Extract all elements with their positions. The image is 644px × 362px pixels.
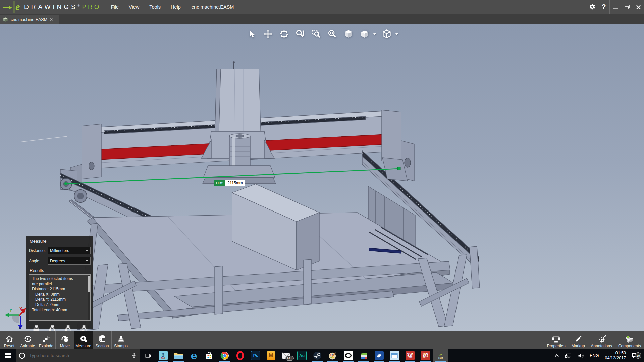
view-orientation-icon[interactable] xyxy=(359,28,370,39)
tray-date: 04/12/2017 xyxy=(605,356,626,361)
zoom-fit-tool-icon[interactable] xyxy=(327,28,338,39)
taskbar-opera-icon[interactable] xyxy=(232,349,248,362)
taskbar-mail-envelope-icon[interactable]: 99+ xyxy=(279,349,294,362)
taskbar-solidworks-icon[interactable]: SW 2017 xyxy=(402,349,418,362)
stamps-button[interactable]: Stamps xyxy=(112,331,130,349)
taskbar-file-explorer-icon[interactable] xyxy=(171,349,186,362)
results-line: are parallel. xyxy=(32,282,86,287)
annotations-button[interactable]: Annotations xyxy=(588,331,615,349)
taskbar-edrawings-icon[interactable]: e 2017 xyxy=(433,349,448,362)
tab-close-icon[interactable] xyxy=(50,18,53,21)
cnc-machine-model[interactable]: Y X Z xyxy=(0,24,644,331)
start-button[interactable] xyxy=(0,349,16,362)
properties-button[interactable]: Properties xyxy=(544,331,569,349)
shaded-view-icon[interactable] xyxy=(343,28,354,39)
results-scrollbar[interactable] xyxy=(88,275,90,320)
tab-bar: cnc machine.EASM xyxy=(0,14,644,24)
task-view-button[interactable] xyxy=(140,349,155,362)
chevron-down-icon xyxy=(86,260,88,262)
windows-taskbar: 3 MAX e xyxy=(0,349,644,362)
explode-button[interactable]: Explode xyxy=(37,331,55,349)
taskbar-store-icon[interactable] xyxy=(202,349,217,362)
sketch-line xyxy=(20,136,67,142)
menu-bar: File View Tools Help xyxy=(106,0,186,14)
edrawings-logo: e DRAWINGS ® PRO xyxy=(0,0,106,14)
tray-clock[interactable]: 01:50 04/12/2017 xyxy=(602,351,629,361)
tray-volume-icon[interactable] xyxy=(576,349,586,362)
3d-viewport[interactable]: Y X Z xyxy=(0,24,644,331)
taskbar-edge-icon[interactable]: e xyxy=(186,349,202,362)
minimize-button[interactable] xyxy=(610,0,621,14)
restore-button[interactable] xyxy=(621,0,633,14)
animate-button[interactable]: Animate xyxy=(18,331,37,349)
taskbar-3dsmax-icon[interactable]: 3 MAX xyxy=(155,349,171,362)
edrawings-arrow-icon xyxy=(3,1,13,13)
taskbar-window-app-icon[interactable] xyxy=(387,349,402,362)
view-orientation-dropdown-caret[interactable] xyxy=(373,33,376,35)
results-title: Results xyxy=(26,266,93,274)
taskbar-oculus-icon[interactable] xyxy=(340,349,356,362)
callout-dist-label: Dist: xyxy=(214,180,225,186)
results-line: Distance: 2115mm xyxy=(32,287,86,292)
results-line: Delta Y: 2115mm xyxy=(32,297,86,302)
menu-file[interactable]: File xyxy=(106,0,124,14)
reset-button[interactable]: Reset xyxy=(0,331,18,349)
search-input[interactable] xyxy=(29,353,128,358)
taskbar-search[interactable] xyxy=(16,349,140,362)
machine-body xyxy=(60,62,480,330)
taskbar-bluestacks-icon[interactable] xyxy=(356,349,371,362)
move-button[interactable]: Move xyxy=(56,331,74,349)
tray-language[interactable]: ENG xyxy=(588,349,601,362)
measure-button[interactable]: Measure xyxy=(74,331,93,349)
taskbar-painter-icon[interactable] xyxy=(325,349,340,362)
angle-unit-select[interactable]: Degrees xyxy=(48,257,91,265)
edrawings-e-icon: e xyxy=(13,1,24,13)
part-cube-icon xyxy=(3,17,8,22)
taskbar-mail-m-icon[interactable]: M xyxy=(263,349,279,362)
taskbar-steam-icon[interactable] xyxy=(310,349,325,362)
brand-word: DRAWINGS xyxy=(24,3,78,11)
menu-help[interactable]: Help xyxy=(166,0,186,14)
taskbar-chrome-icon[interactable] xyxy=(217,349,232,362)
markup-button[interactable]: Markup xyxy=(569,331,588,349)
results-line: The two selected items xyxy=(32,276,86,282)
svg-text:e: e xyxy=(15,1,20,12)
zoom-tool-icon[interactable] xyxy=(294,28,306,39)
settings-gear-icon[interactable] xyxy=(587,0,598,14)
section-button[interactable]: Section xyxy=(93,331,111,349)
taskbar-solidworks2-icon[interactable]: SW 2017 xyxy=(418,349,433,362)
orientation-triad: Y X Z xyxy=(5,306,26,330)
distance-label: Distance: xyxy=(29,248,48,253)
tray-network-icon[interactable] xyxy=(563,349,574,362)
help-icon[interactable]: ? xyxy=(598,0,609,14)
triad-x-label: X xyxy=(19,306,22,311)
triad-z-label: Z xyxy=(19,325,21,330)
angle-label: Angle: xyxy=(29,259,48,263)
microphone-icon[interactable] xyxy=(131,352,137,359)
taskbar-photoshop-icon[interactable]: Ps xyxy=(248,349,263,362)
chevron-down-icon xyxy=(86,250,88,251)
edrawings-window: e DRAWINGS ® PRO File View Tools Help cn… xyxy=(0,0,644,362)
display-style-icon[interactable] xyxy=(381,28,392,39)
document-title: cnc machine.EASM xyxy=(186,4,239,10)
menu-tools[interactable]: Tools xyxy=(144,0,166,14)
tab-label: cnc machine.EASM xyxy=(11,17,47,22)
tray-chevron-icon[interactable] xyxy=(552,349,561,362)
display-style-dropdown-caret[interactable] xyxy=(395,33,398,35)
tab-cnc-machine[interactable]: cnc machine.EASM xyxy=(0,15,59,24)
taskbar-audition-icon[interactable]: Au xyxy=(294,349,310,362)
action-center-icon[interactable]: 19 xyxy=(630,352,642,359)
title-bar: e DRAWINGS ® PRO File View Tools Help cn… xyxy=(0,0,644,14)
rotate-tool-icon[interactable] xyxy=(278,28,289,39)
view-toolbar xyxy=(246,28,403,39)
pan-tool-icon[interactable] xyxy=(262,28,273,39)
taskbar-frog-app-icon[interactable] xyxy=(371,349,387,362)
menu-view[interactable]: View xyxy=(124,0,144,14)
results-line: Delta X: 0mm xyxy=(32,292,86,297)
components-button[interactable]: Components xyxy=(615,331,644,349)
select-tool-icon[interactable] xyxy=(246,28,257,39)
brand-reg: ® xyxy=(78,4,80,7)
close-button[interactable] xyxy=(633,0,644,14)
zoom-area-tool-icon[interactable] xyxy=(311,28,322,39)
distance-unit-select[interactable]: Millimeters xyxy=(48,247,91,254)
